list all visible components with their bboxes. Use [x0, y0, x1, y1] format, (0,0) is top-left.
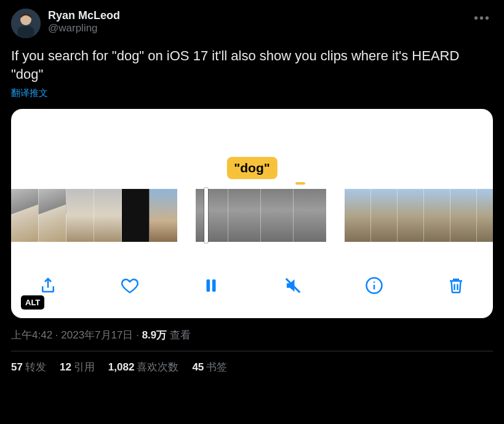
- clip-thumbnail[interactable]: [94, 189, 122, 242]
- playhead[interactable]: [204, 188, 208, 243]
- clip-thumbnail[interactable]: [39, 189, 66, 242]
- clip-thumbnail[interactable]: [228, 189, 261, 242]
- clip-thumbnail[interactable]: [398, 189, 424, 242]
- clip-thumbnail[interactable]: [294, 189, 326, 242]
- tweet-time[interactable]: 上午4:42: [11, 329, 52, 341]
- retweets-stat[interactable]: 57转发: [11, 360, 46, 374]
- author-names: Ryan McLeod @warpling: [48, 9, 471, 34]
- tweet-text: If you search for "dog" on iOS 17 it'll …: [11, 47, 493, 84]
- search-tooltip: "dog": [226, 157, 277, 179]
- clip-thumbnail[interactable]: [150, 189, 177, 242]
- mute-icon[interactable]: [282, 274, 304, 297]
- info-icon[interactable]: [363, 274, 385, 297]
- translate-link[interactable]: 翻译推文: [11, 87, 493, 99]
- tweet-meta: 上午4:42 · 2023年7月17日 · 8.9万 查看: [11, 328, 493, 342]
- quotes-stat[interactable]: 12引用: [60, 360, 95, 374]
- clip-group[interactable]: [345, 189, 493, 242]
- tweet-date[interactable]: 2023年7月17日: [61, 329, 133, 341]
- share-icon[interactable]: [37, 274, 59, 297]
- likes-stat[interactable]: 1,082喜欢次数: [108, 360, 179, 374]
- views-label: 查看: [170, 329, 191, 341]
- clip-thumbnail[interactable]: [424, 189, 450, 242]
- views-count: 8.9万: [142, 329, 167, 341]
- avatar[interactable]: [11, 9, 41, 38]
- tweet: Ryan McLeod @warpling ••• If you search …: [0, 0, 504, 383]
- video-timeline[interactable]: [11, 189, 493, 242]
- clip-group[interactable]: [11, 189, 177, 242]
- clip-thumbnail[interactable]: [345, 189, 371, 242]
- svg-rect-3: [207, 279, 210, 292]
- pause-icon[interactable]: [200, 274, 222, 297]
- clip-thumbnail[interactable]: [122, 189, 150, 242]
- clip-thumbnail[interactable]: [477, 189, 493, 242]
- bookmarks-stat[interactable]: 45书签: [192, 360, 227, 374]
- clip-thumbnail[interactable]: [261, 189, 294, 242]
- clip-group[interactable]: [196, 189, 326, 242]
- tooltip-tick: [295, 182, 305, 185]
- clip-thumbnail[interactable]: [11, 189, 39, 242]
- trash-icon[interactable]: [445, 274, 467, 297]
- clip-thumbnail[interactable]: [371, 189, 398, 242]
- media-card[interactable]: "dog": [11, 109, 493, 318]
- display-name[interactable]: Ryan McLeod: [48, 9, 471, 22]
- more-icon[interactable]: •••: [471, 9, 493, 28]
- alt-badge[interactable]: ALT: [21, 295, 44, 310]
- svg-rect-2: [17, 26, 34, 38]
- handle[interactable]: @warpling: [48, 22, 471, 34]
- media-toolbar: [11, 270, 493, 301]
- tweet-header: Ryan McLeod @warpling •••: [11, 9, 493, 38]
- svg-rect-4: [212, 279, 216, 292]
- clip-thumbnail[interactable]: [66, 189, 94, 242]
- svg-point-8: [374, 281, 375, 283]
- tweet-stats: 57转发 12引用 1,082喜欢次数 45书签: [11, 351, 493, 374]
- clip-thumbnail[interactable]: [196, 189, 228, 242]
- heart-icon[interactable]: [119, 274, 141, 297]
- clip-thumbnail[interactable]: [450, 189, 477, 242]
